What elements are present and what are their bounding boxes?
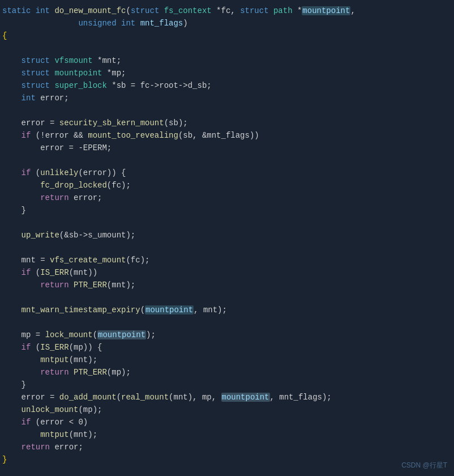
kw-int-3: int	[22, 94, 41, 103]
param-mountpoint-2: mountpoint	[145, 305, 194, 314]
kw-if-1: if	[22, 131, 36, 140]
code-line-30: return PTR_ERR(mp);	[0, 366, 454, 379]
code-line-32: error = do_add_mount(real_mount(mnt), mp…	[0, 391, 454, 403]
line-content-22: if (IS_ERR(mnt))	[0, 266, 449, 279]
param-mountpoint-4: mountpoint	[221, 393, 270, 402]
fn-lock-mount: lock_mount	[45, 330, 93, 339]
code-line-21: mnt = vfs_create_mount(fc);	[0, 254, 454, 266]
param-mountpoint-3: mountpoint	[97, 330, 146, 339]
line-content-12: error = -EPERM;	[0, 142, 449, 154]
code-line-31: }	[0, 379, 454, 391]
fn-is-err-1: IS_ERR	[40, 268, 68, 277]
code-line-9	[0, 104, 454, 117]
fn-ptr-err-1: PTR_ERR	[74, 280, 107, 290]
kw-return-3: return	[40, 368, 74, 377]
fn-unlock-mount: unlock_mount	[22, 405, 79, 414]
code-line-19: up_write(&sb->s_umount);	[0, 229, 454, 241]
keyword-static: static	[2, 6, 36, 15]
code-line-15: fc_drop_locked(fc);	[0, 179, 454, 192]
keyword-int: int	[36, 6, 50, 15]
line-content-28: if (IS_ERR(mp)) {	[0, 341, 449, 354]
fn-fc-drop-locked: fc_drop_locked	[40, 181, 107, 190]
code-line-34: if (error < 0)	[0, 416, 454, 428]
line-content-8: int error;	[0, 92, 449, 104]
type-vfsmount: vfsmount	[54, 56, 97, 65]
fn-mntput-2: mntput	[40, 430, 68, 439]
fn-do-add-mount: do_add_mount	[59, 393, 117, 402]
code-line-8: int error;	[0, 92, 454, 104]
fn-is-err-2: IS_ERR	[40, 343, 68, 352]
code-line-23: return PTR_ERR(mnt);	[0, 279, 454, 291]
fn-real-mount: real_mount	[121, 393, 169, 402]
line-content-25: mnt_warn_timestamp_expiry(mountpoint, mn…	[0, 304, 449, 316]
code-line-24	[0, 291, 454, 304]
code-line-17: }	[0, 204, 454, 216]
fn-mntput-1: mntput	[40, 355, 68, 364]
type-mountpoint: mountpoint	[54, 69, 106, 78]
code-line-14: if (unlikely(error)) {	[0, 167, 454, 179]
line-content-18	[0, 216, 449, 229]
code-line-6: struct mountpoint *mp;	[0, 67, 454, 79]
code-editor: static int do_new_mount_fc(struct fs_con…	[0, 0, 454, 476]
code-line-27: mp = lock_mount(mountpoint);	[0, 329, 454, 341]
code-line-37: }	[0, 453, 454, 466]
kw-return-1: return	[40, 193, 74, 202]
kw-unsigned: unsigned	[78, 19, 121, 28]
line-content-11: if (!error && mount_too_revealing(sb, &m…	[0, 129, 449, 142]
line-content-27: mp = lock_mount(mountpoint);	[0, 329, 449, 341]
kw-struct-4: struct	[22, 69, 55, 78]
kw-struct-2: struct	[240, 6, 273, 15]
code-line-12: error = -EPERM;	[0, 142, 454, 154]
fn-security-sb-kern-mount: security_sb_kern_mount	[59, 118, 164, 128]
line-content-4	[0, 42, 449, 54]
code-line-28: if (IS_ERR(mp)) {	[0, 341, 454, 354]
code-line-11: if (!error && mount_too_revealing(sb, &m…	[0, 129, 454, 142]
code-line-26	[0, 316, 454, 329]
line-content-36: return error;	[0, 441, 449, 453]
type-super-block: super_block	[54, 81, 112, 90]
code-line-10: error = security_sb_kern_mount(sb);	[0, 117, 454, 129]
fn-mnt-warn-timestamp-expiry: mnt_warn_timestamp_expiry	[22, 305, 140, 314]
kw-struct-1: struct	[131, 6, 164, 15]
var-mnt-flags: mnt_flags	[140, 19, 183, 28]
kw-return-2: return	[40, 280, 74, 290]
kw-struct-3: struct	[22, 56, 55, 65]
line-content-29: mntput(mnt);	[0, 354, 449, 366]
brace-close-1: }	[2, 455, 7, 464]
line-content-3: {	[0, 29, 449, 42]
line-content-34: if (error < 0)	[0, 416, 449, 428]
fn-unlikely: unlikely	[40, 168, 78, 177]
code-line-16: return error;	[0, 192, 454, 204]
code-line-35: mntput(mnt);	[0, 428, 454, 441]
kw-if-4: if	[22, 343, 36, 352]
line-content-17: }	[0, 204, 449, 216]
watermark: CSDN @行星T	[401, 461, 447, 470]
line-content-5: struct vfsmount *mnt;	[0, 54, 449, 67]
line-content-33: unlock_mount(mp);	[0, 403, 449, 416]
fn-up-write: up_write	[22, 231, 59, 240]
kw-if-3: if	[22, 268, 36, 277]
line-content-30: return PTR_ERR(mp);	[0, 366, 449, 379]
code-line-20	[0, 241, 454, 254]
line-content-31: }	[0, 379, 449, 391]
line-content-15: fc_drop_locked(fc);	[0, 179, 449, 192]
code-line-36: return error;	[0, 441, 454, 453]
line-content-32: error = do_add_mount(real_mount(mnt), mp…	[0, 391, 449, 403]
code-line-3: {	[0, 29, 454, 42]
line-content-24	[0, 291, 449, 304]
code-line-33: unlock_mount(mp);	[0, 403, 454, 416]
code-line-22: if (IS_ERR(mnt))	[0, 266, 454, 279]
kw-if-2: if	[22, 168, 36, 177]
kw-if-5: if	[22, 418, 36, 427]
fn-do-new-mount-fc: do_new_mount_fc	[54, 6, 126, 15]
type-fs-context: fs_context	[164, 6, 216, 15]
line-content-6: struct mountpoint *mp;	[0, 67, 449, 79]
code-line-7: struct super_block *sb = fc->root->d_sb;	[0, 79, 454, 92]
code-line-5: struct vfsmount *mnt;	[0, 54, 454, 67]
fn-mount-too-revealing: mount_too_revealing	[88, 131, 178, 140]
fn-vfs-create-mount: vfs_create_mount	[50, 256, 126, 265]
code-line-29: mntput(mnt);	[0, 354, 454, 366]
line-content-37: }	[0, 453, 449, 466]
code-line-1: static int do_new_mount_fc(struct fs_con…	[0, 5, 454, 17]
param-mountpoint-1: mountpoint	[302, 6, 350, 15]
